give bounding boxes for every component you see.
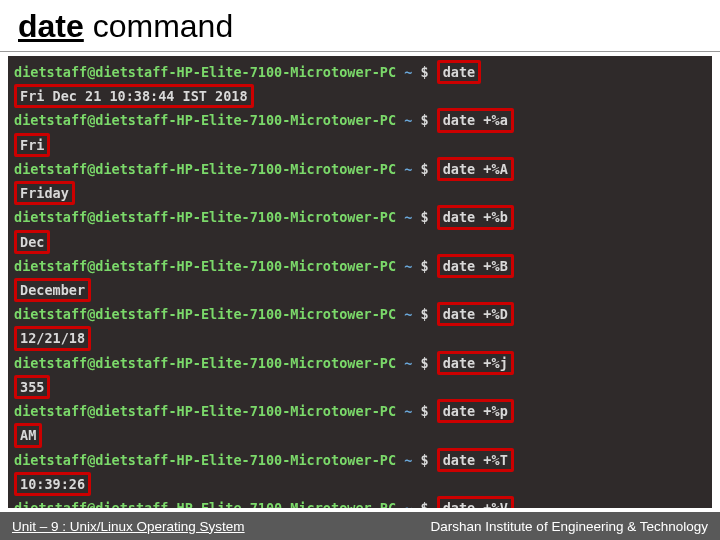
terminal-output-line: 355 [14,375,706,399]
terminal-output-line: 12/21/18 [14,326,706,350]
footer-left: Unit – 9 : Unix/Linux Operating System [12,519,245,534]
terminal-output-line: December [14,278,706,302]
terminal-prompt-line: dietstaff@dietstaff-HP-Elite-7100-Microt… [14,60,706,84]
terminal-prompt-line: dietstaff@dietstaff-HP-Elite-7100-Microt… [14,351,706,375]
terminal-output-line: Friday [14,181,706,205]
footer-right: Darshan Institute of Engineering & Techn… [431,519,708,534]
slide-title: date command [0,0,720,49]
terminal-prompt-line: dietstaff@dietstaff-HP-Elite-7100-Microt… [14,205,706,229]
terminal-prompt-line: dietstaff@dietstaff-HP-Elite-7100-Microt… [14,108,706,132]
terminal-prompt-line: dietstaff@dietstaff-HP-Elite-7100-Microt… [14,448,706,472]
footer: Unit – 9 : Unix/Linux Operating System D… [0,512,720,540]
terminal: dietstaff@dietstaff-HP-Elite-7100-Microt… [8,56,712,508]
terminal-output-line: Fri Dec 21 10:38:44 IST 2018 [14,84,706,108]
terminal-output-line: 10:39:26 [14,472,706,496]
terminal-prompt-line: dietstaff@dietstaff-HP-Elite-7100-Microt… [14,302,706,326]
title-divider [0,51,720,52]
terminal-output-line: Fri [14,133,706,157]
terminal-output-line: Dec [14,230,706,254]
terminal-output-line: AM [14,423,706,447]
title-rest: command [84,8,233,44]
terminal-prompt-line: dietstaff@dietstaff-HP-Elite-7100-Microt… [14,254,706,278]
terminal-prompt-line: dietstaff@dietstaff-HP-Elite-7100-Microt… [14,157,706,181]
terminal-prompt-line: dietstaff@dietstaff-HP-Elite-7100-Microt… [14,496,706,508]
title-bold: date [18,8,84,44]
terminal-prompt-line: dietstaff@dietstaff-HP-Elite-7100-Microt… [14,399,706,423]
